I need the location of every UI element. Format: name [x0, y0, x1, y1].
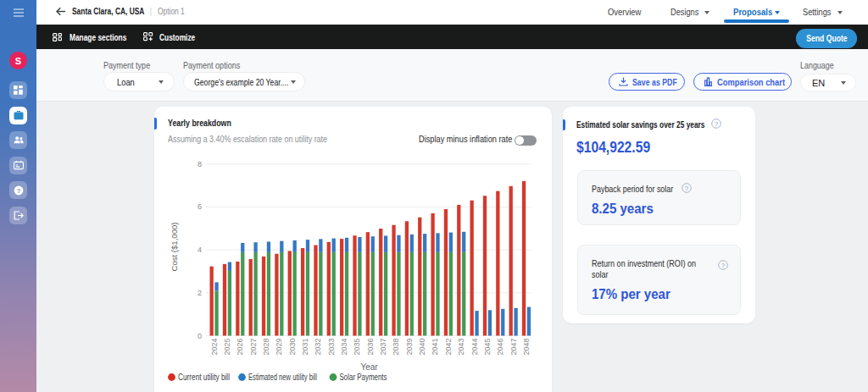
svg-text:2038: 2038 — [392, 339, 400, 356]
svg-text:2042: 2042 — [444, 339, 453, 356]
svg-text:Year: Year — [360, 362, 378, 372]
svg-text:Solar Payments: Solar Payments — [340, 373, 387, 382]
svg-text:2030: 2030 — [288, 339, 297, 356]
svg-text:Estimated new utility bill: Estimated new utility bill — [248, 373, 317, 382]
svg-text:2037: 2037 — [379, 339, 387, 356]
svg-text:Current utility bill: Current utility bill — [178, 373, 230, 382]
svg-text:2027: 2027 — [249, 339, 258, 356]
svg-text:?: ? — [684, 185, 688, 192]
svg-text:2028: 2028 — [262, 339, 270, 356]
svg-text:2040: 2040 — [418, 339, 426, 356]
svg-text:2035: 2035 — [353, 339, 361, 356]
svg-text:2036: 2036 — [366, 339, 375, 356]
svg-text:8: 8 — [198, 160, 202, 168]
svg-text:2026: 2026 — [236, 339, 244, 356]
svg-text:4: 4 — [198, 246, 202, 254]
svg-text:2047: 2047 — [509, 339, 518, 356]
svg-text:2: 2 — [198, 289, 202, 297]
svg-text:2033: 2033 — [327, 339, 336, 356]
svg-text:2032: 2032 — [314, 339, 322, 356]
svg-text:2034: 2034 — [340, 339, 348, 356]
svg-text:0: 0 — [198, 332, 202, 340]
svg-text:2048: 2048 — [522, 339, 531, 356]
svg-text:6: 6 — [198, 202, 202, 211]
svg-text:2029: 2029 — [275, 339, 283, 356]
svg-text:?: ? — [715, 120, 719, 128]
svg-text:2024: 2024 — [210, 339, 219, 356]
svg-text:2025: 2025 — [223, 339, 231, 356]
svg-text:?: ? — [721, 262, 726, 269]
svg-text:2031: 2031 — [301, 339, 309, 356]
svg-text:2041: 2041 — [431, 339, 439, 356]
svg-text:2044: 2044 — [470, 339, 479, 356]
svg-text:?: ? — [16, 186, 20, 194]
svg-text:Cost ($1,000): Cost ($1,000) — [170, 223, 179, 272]
svg-text:2045: 2045 — [483, 339, 492, 356]
svg-text:2043: 2043 — [457, 339, 465, 356]
svg-text:2046: 2046 — [496, 339, 504, 356]
svg-text:2039: 2039 — [405, 339, 414, 356]
